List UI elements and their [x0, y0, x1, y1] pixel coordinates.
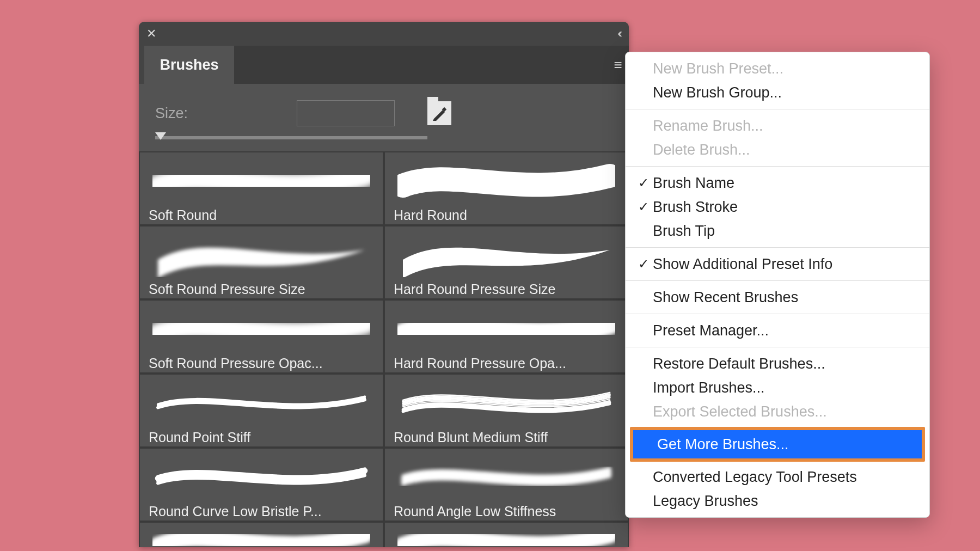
brush-stroke-preview: [394, 157, 619, 205]
brush-preset-hard-round-press-size[interactable]: Hard Round Pressure Size: [385, 226, 628, 298]
brush-preset-partial[interactable]: [385, 523, 628, 547]
menu-separator: [626, 166, 929, 167]
menu-item-brush-tip[interactable]: Brush Tip: [626, 219, 929, 243]
brush-preset-angle-low-stiff[interactable]: Round Angle Low Stiffness: [385, 449, 628, 521]
menu-item-label: Preset Manager...: [652, 322, 769, 339]
panel-topbar: ✕ ‹‹: [139, 22, 629, 46]
brushes-panel: ✕ ‹‹ Brushes ≡ Size: Soft Round Hard Rou…: [139, 22, 629, 547]
size-slider[interactable]: [155, 136, 427, 139]
brush-preset-label: Hard Round Pressure Opa...: [394, 353, 619, 371]
menu-check-icon: ✓: [635, 199, 652, 215]
menu-item-show-recent-brushes[interactable]: Show Recent Brushes: [626, 285, 929, 309]
brush-preset-label: Soft Round Pressure Opac...: [149, 353, 374, 371]
menu-separator: [626, 280, 929, 281]
brush-stroke-preview: [394, 379, 619, 427]
menu-item-new-brush-group[interactable]: New Brush Group...: [626, 81, 929, 105]
brush-stroke-preview: [394, 305, 619, 353]
new-brush-folder-icon[interactable]: [427, 101, 451, 125]
brush-stroke-preview: [149, 379, 374, 427]
brush-preset-point-stiff[interactable]: Round Point Stiff: [140, 375, 383, 446]
brush-preset-label: Round Blunt Medium Stiff: [394, 427, 619, 445]
menu-item-label: Brush Name: [652, 175, 734, 192]
menu-item-highlight-frame: Get More Brushes...: [630, 427, 925, 462]
menu-item-label: Restore Default Brushes...: [652, 356, 825, 372]
menu-item-import-brushes[interactable]: Import Brushes...: [626, 376, 929, 400]
brush-preset-label: Round Point Stiff: [149, 427, 374, 445]
brush-preset-soft-round-press-opac[interactable]: Soft Round Pressure Opac...: [140, 301, 383, 372]
menu-item-preset-manager[interactable]: Preset Manager...: [626, 319, 929, 342]
menu-item-rename-brush: Rename Brush...: [626, 114, 929, 138]
brush-stroke-preview: [394, 231, 619, 279]
menu-item-brush-name[interactable]: ✓ Brush Name: [626, 171, 929, 195]
menu-item-label: Legacy Brushes: [652, 493, 758, 510]
menu-check-icon: ✓: [635, 256, 652, 272]
tab-brushes[interactable]: Brushes: [144, 46, 234, 84]
brush-stroke-preview: [394, 453, 619, 501]
menu-check-icon: ✓: [635, 175, 652, 191]
brush-preset-label: Soft Round: [149, 205, 374, 223]
brush-preset-soft-round-press-size[interactable]: Soft Round Pressure Size: [140, 226, 383, 298]
brush-stroke-preview: [149, 157, 374, 205]
brush-preset-partial[interactable]: [140, 523, 383, 547]
menu-item-label: Converted Legacy Tool Presets: [652, 469, 857, 486]
menu-separator: [626, 314, 929, 314]
menu-item-label: Brush Tip: [652, 223, 715, 240]
menu-item-label: Show Additional Preset Info: [652, 256, 832, 273]
menu-item-delete-brush: Delete Brush...: [626, 138, 929, 162]
size-slider-row: [139, 132, 629, 151]
size-label: Size:: [155, 105, 297, 122]
brush-stroke-preview: [394, 527, 619, 547]
brush-stroke-preview: [149, 453, 374, 501]
menu-item-label: New Brush Group...: [652, 84, 782, 101]
brush-stroke-preview: [149, 231, 374, 279]
brush-stroke-preview: [149, 305, 374, 353]
menu-item-show-additional-preset-info[interactable]: ✓ Show Additional Preset Info: [626, 252, 929, 276]
menu-item-get-more-brushes[interactable]: Get More Brushes...: [633, 430, 922, 458]
collapse-chevrons-icon[interactable]: ‹‹: [617, 27, 619, 41]
brush-preset-label: Round Angle Low Stiffness: [394, 501, 619, 519]
brushes-context-menu: New Brush Preset... New Brush Group... R…: [625, 52, 930, 518]
menu-item-label: Delete Brush...: [652, 142, 750, 158]
menu-item-label: Import Brushes...: [652, 379, 765, 396]
brush-preset-blunt-medium[interactable]: Round Blunt Medium Stiff: [385, 375, 628, 446]
brush-preset-soft-round[interactable]: Soft Round: [140, 152, 383, 224]
brush-preset-hard-round[interactable]: Hard Round: [385, 152, 628, 224]
menu-item-label: Export Selected Brushes...: [652, 403, 827, 420]
brush-preset-label: Round Curve Low Bristle P...: [149, 501, 374, 519]
brush-preset-label: Hard Round: [394, 205, 619, 223]
menu-item-label: Brush Stroke: [652, 199, 738, 216]
menu-item-label: Show Recent Brushes: [652, 289, 798, 306]
brush-preset-hard-round-press-opac[interactable]: Hard Round Pressure Opa...: [385, 301, 628, 372]
brush-preset-label: Hard Round Pressure Size: [394, 279, 619, 297]
brush-stroke-preview: [149, 527, 374, 547]
menu-separator: [626, 347, 929, 347]
menu-item-converted-legacy-tool-presets[interactable]: Converted Legacy Tool Presets: [626, 465, 929, 489]
menu-item-label: Rename Brush...: [652, 118, 763, 134]
brush-preset-grid: Soft Round Hard Round Soft Round Pressur…: [139, 151, 629, 547]
menu-item-legacy-brushes[interactable]: Legacy Brushes: [626, 489, 929, 513]
brush-preset-label: Soft Round Pressure Size: [149, 279, 374, 297]
menu-separator: [626, 109, 929, 109]
panel-tabs: Brushes ≡: [139, 46, 629, 84]
menu-item-export-selected-brushes: Export Selected Brushes...: [626, 400, 929, 424]
size-row: Size:: [139, 84, 629, 132]
brush-preset-curve-low-bristle[interactable]: Round Curve Low Bristle P...: [140, 449, 383, 521]
tab-label: Brushes: [160, 57, 218, 74]
menu-item-brush-stroke[interactable]: ✓ Brush Stroke: [626, 195, 929, 219]
menu-separator: [626, 247, 929, 248]
menu-item-restore-default-brushes[interactable]: Restore Default Brushes...: [626, 352, 929, 376]
size-input[interactable]: [297, 100, 395, 126]
menu-item-new-brush-preset: New Brush Preset...: [626, 57, 929, 81]
tab-strip-empty: [234, 46, 607, 84]
menu-item-label: New Brush Preset...: [652, 60, 783, 77]
close-icon[interactable]: ✕: [146, 27, 156, 41]
